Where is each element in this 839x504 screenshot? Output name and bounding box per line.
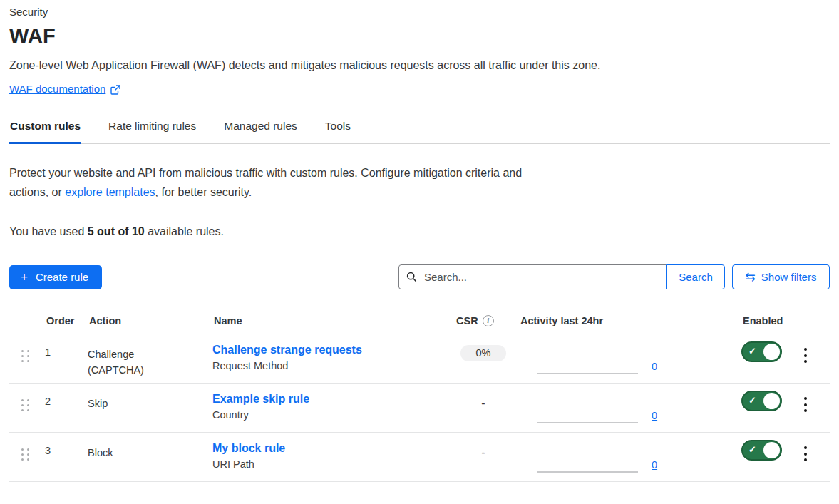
- drag-handle-icon[interactable]: [9, 384, 29, 411]
- check-icon: ✓: [748, 346, 756, 356]
- rule-action: Skip: [88, 396, 159, 411]
- rule-field: Country: [212, 409, 448, 421]
- row-menu-kebab-icon[interactable]: [791, 433, 813, 461]
- intro-text-after: , for better security.: [155, 186, 252, 198]
- rule-order: 2: [45, 384, 88, 407]
- table-row: 1 Challenge (CAPTCHA) Challenge strange …: [9, 334, 830, 384]
- activity-count-link[interactable]: 0: [652, 361, 657, 372]
- table-row: 3 Block My block rule URI Path - 0 ✓: [9, 433, 830, 482]
- create-rule-label: Create rule: [36, 271, 88, 283]
- drag-handle-icon[interactable]: [9, 433, 29, 461]
- activity-count-link[interactable]: 0: [652, 459, 657, 470]
- usage-count: 5 out of 10: [88, 225, 145, 237]
- tab-tools[interactable]: Tools: [324, 113, 351, 144]
- rule-field: Request Method: [212, 360, 448, 371]
- activity-sparkline: [537, 422, 638, 423]
- waf-documentation-link[interactable]: WAF documentation: [9, 83, 105, 95]
- custom-rules-table: Order Action Name CSR i Activity last 24…: [9, 309, 830, 482]
- search-input[interactable]: [423, 270, 659, 284]
- create-rule-button[interactable]: + Create rule: [9, 265, 102, 289]
- show-filters-label: Show filters: [761, 271, 817, 283]
- custom-rules-intro: Protect your website and API from malici…: [9, 163, 538, 202]
- tab-rate-limiting-rules[interactable]: Rate limiting rules: [108, 113, 197, 144]
- toggle-knob: [763, 344, 780, 360]
- header-action: Action: [88, 309, 212, 334]
- csr-value: -: [481, 443, 485, 459]
- waf-tabs: Custom rules Rate limiting rules Managed…: [9, 113, 830, 144]
- header-menu-spacer: [791, 309, 830, 322]
- csr-info-icon[interactable]: i: [483, 315, 494, 326]
- rule-action: Block: [88, 445, 159, 461]
- header-drag-spacer: [9, 309, 45, 322]
- drag-handle-icon[interactable]: [9, 334, 29, 362]
- csr-badge: 0%: [460, 345, 507, 361]
- search-icon: [406, 272, 417, 282]
- enabled-toggle[interactable]: ✓: [741, 341, 782, 362]
- rule-name-link[interactable]: My block rule: [212, 442, 285, 454]
- search-box: [398, 264, 667, 289]
- rule-name-link[interactable]: Example skip rule: [212, 393, 309, 405]
- tab-custom-rules[interactable]: Custom rules: [9, 113, 81, 144]
- enabled-toggle[interactable]: ✓: [741, 440, 782, 461]
- rule-name-link[interactable]: Challenge strange requests: [212, 344, 362, 356]
- external-link-icon: [110, 85, 120, 95]
- header-order: Order: [45, 309, 88, 334]
- toggle-knob: [763, 442, 780, 458]
- waf-page: Security WAF Zone-level Web Application …: [0, 0, 839, 482]
- rule-order: 3: [45, 433, 88, 456]
- rule-order: 1: [45, 334, 88, 358]
- page-title: WAF: [9, 24, 830, 48]
- row-menu-kebab-icon[interactable]: [791, 384, 813, 412]
- search-button[interactable]: Search: [666, 264, 725, 289]
- explore-templates-link[interactable]: explore templates: [65, 186, 155, 198]
- row-menu-kebab-icon[interactable]: [791, 334, 813, 363]
- rules-usage: You have used 5 out of 10 available rule…: [9, 225, 830, 238]
- enabled-toggle[interactable]: ✓: [741, 391, 782, 411]
- header-enabled: Enabled: [686, 309, 791, 334]
- csr-value: -: [481, 394, 485, 410]
- show-filters-button[interactable]: ⇆ Show filters: [732, 264, 830, 289]
- header-name: Name: [212, 309, 448, 334]
- check-icon: ✓: [748, 395, 756, 406]
- page-description: Zone-level Web Application Firewall (WAF…: [9, 59, 830, 72]
- usage-suffix: available rules.: [145, 225, 224, 237]
- rule-field: URI Path: [212, 458, 448, 470]
- tab-managed-rules[interactable]: Managed rules: [223, 113, 298, 144]
- header-csr: CSR i: [448, 309, 519, 334]
- table-row: 2 Skip Example skip rule Country - 0 ✓: [9, 384, 830, 433]
- activity-count-link[interactable]: 0: [652, 410, 657, 421]
- activity-sparkline: [537, 471, 638, 473]
- header-activity: Activity last 24hr: [519, 309, 686, 334]
- swap-arrows-icon: ⇆: [746, 271, 756, 283]
- header-csr-label: CSR: [456, 315, 478, 326]
- table-header-row: Order Action Name CSR i Activity last 24…: [9, 309, 830, 334]
- rule-action: Challenge (CAPTCHA): [88, 346, 159, 378]
- breadcrumb: Security: [9, 6, 830, 18]
- activity-sparkline: [537, 373, 638, 374]
- check-icon: ✓: [748, 444, 756, 455]
- plus-icon: +: [21, 271, 28, 283]
- toggle-knob: [763, 393, 780, 409]
- usage-prefix: You have used: [9, 225, 88, 237]
